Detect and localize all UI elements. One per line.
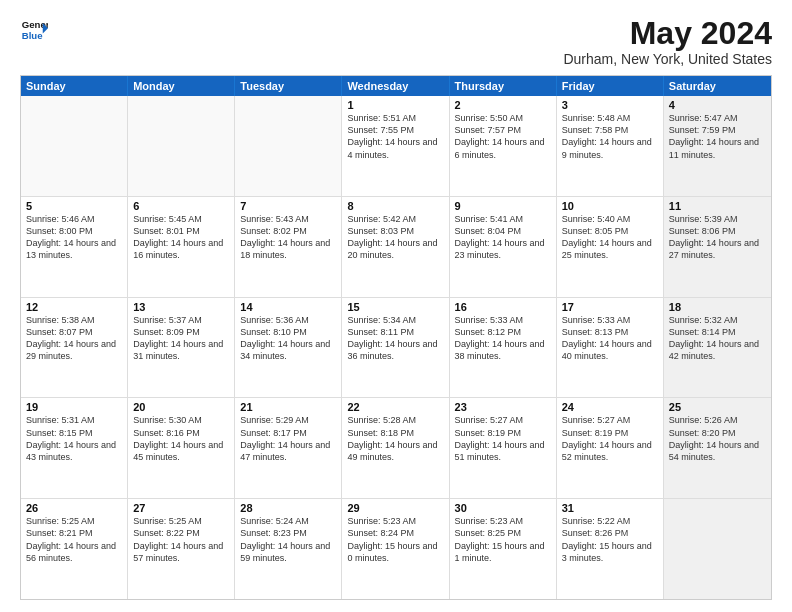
cell-info: Sunrise: 5:42 AM Sunset: 8:03 PM Dayligh… — [347, 213, 443, 262]
header-day-friday: Friday — [557, 76, 664, 96]
cell-info: Sunrise: 5:39 AM Sunset: 8:06 PM Dayligh… — [669, 213, 766, 262]
calendar-row-1: 5Sunrise: 5:46 AM Sunset: 8:00 PM Daylig… — [21, 197, 771, 298]
cell-info: Sunrise: 5:45 AM Sunset: 8:01 PM Dayligh… — [133, 213, 229, 262]
header-day-thursday: Thursday — [450, 76, 557, 96]
calendar-body: 1Sunrise: 5:51 AM Sunset: 7:55 PM Daylig… — [21, 96, 771, 599]
cal-cell-0-2 — [235, 96, 342, 196]
day-number: 19 — [26, 401, 122, 413]
cal-cell-2-1: 13Sunrise: 5:37 AM Sunset: 8:09 PM Dayli… — [128, 298, 235, 398]
cal-cell-2-2: 14Sunrise: 5:36 AM Sunset: 8:10 PM Dayli… — [235, 298, 342, 398]
day-number: 11 — [669, 200, 766, 212]
cell-info: Sunrise: 5:27 AM Sunset: 8:19 PM Dayligh… — [455, 414, 551, 463]
cal-cell-1-3: 8Sunrise: 5:42 AM Sunset: 8:03 PM Daylig… — [342, 197, 449, 297]
cell-info: Sunrise: 5:29 AM Sunset: 8:17 PM Dayligh… — [240, 414, 336, 463]
cal-cell-1-2: 7Sunrise: 5:43 AM Sunset: 8:02 PM Daylig… — [235, 197, 342, 297]
day-number: 8 — [347, 200, 443, 212]
cell-info: Sunrise: 5:46 AM Sunset: 8:00 PM Dayligh… — [26, 213, 122, 262]
cal-cell-1-6: 11Sunrise: 5:39 AM Sunset: 8:06 PM Dayli… — [664, 197, 771, 297]
page: General Blue May 2024 Durham, New York, … — [0, 0, 792, 612]
cell-info: Sunrise: 5:27 AM Sunset: 8:19 PM Dayligh… — [562, 414, 658, 463]
cell-info: Sunrise: 5:48 AM Sunset: 7:58 PM Dayligh… — [562, 112, 658, 161]
cal-cell-3-5: 24Sunrise: 5:27 AM Sunset: 8:19 PM Dayli… — [557, 398, 664, 498]
day-number: 25 — [669, 401, 766, 413]
cell-info: Sunrise: 5:22 AM Sunset: 8:26 PM Dayligh… — [562, 515, 658, 564]
cal-cell-3-1: 20Sunrise: 5:30 AM Sunset: 8:16 PM Dayli… — [128, 398, 235, 498]
cell-info: Sunrise: 5:41 AM Sunset: 8:04 PM Dayligh… — [455, 213, 551, 262]
day-number: 22 — [347, 401, 443, 413]
cal-cell-2-6: 18Sunrise: 5:32 AM Sunset: 8:14 PM Dayli… — [664, 298, 771, 398]
day-number: 24 — [562, 401, 658, 413]
day-number: 21 — [240, 401, 336, 413]
day-number: 30 — [455, 502, 551, 514]
day-number: 18 — [669, 301, 766, 313]
header-day-tuesday: Tuesday — [235, 76, 342, 96]
cell-info: Sunrise: 5:51 AM Sunset: 7:55 PM Dayligh… — [347, 112, 443, 161]
cal-cell-0-5: 3Sunrise: 5:48 AM Sunset: 7:58 PM Daylig… — [557, 96, 664, 196]
cell-info: Sunrise: 5:23 AM Sunset: 8:25 PM Dayligh… — [455, 515, 551, 564]
cell-info: Sunrise: 5:40 AM Sunset: 8:05 PM Dayligh… — [562, 213, 658, 262]
cell-info: Sunrise: 5:33 AM Sunset: 8:12 PM Dayligh… — [455, 314, 551, 363]
day-number: 20 — [133, 401, 229, 413]
cal-cell-4-6 — [664, 499, 771, 599]
subtitle: Durham, New York, United States — [563, 51, 772, 67]
day-number: 13 — [133, 301, 229, 313]
cell-info: Sunrise: 5:37 AM Sunset: 8:09 PM Dayligh… — [133, 314, 229, 363]
day-number: 14 — [240, 301, 336, 313]
day-number: 28 — [240, 502, 336, 514]
cell-info: Sunrise: 5:25 AM Sunset: 8:21 PM Dayligh… — [26, 515, 122, 564]
day-number: 6 — [133, 200, 229, 212]
cal-cell-3-3: 22Sunrise: 5:28 AM Sunset: 8:18 PM Dayli… — [342, 398, 449, 498]
header-day-sunday: Sunday — [21, 76, 128, 96]
cell-info: Sunrise: 5:47 AM Sunset: 7:59 PM Dayligh… — [669, 112, 766, 161]
cal-cell-1-4: 9Sunrise: 5:41 AM Sunset: 8:04 PM Daylig… — [450, 197, 557, 297]
cal-cell-1-1: 6Sunrise: 5:45 AM Sunset: 8:01 PM Daylig… — [128, 197, 235, 297]
header-day-monday: Monday — [128, 76, 235, 96]
cell-info: Sunrise: 5:36 AM Sunset: 8:10 PM Dayligh… — [240, 314, 336, 363]
cell-info: Sunrise: 5:25 AM Sunset: 8:22 PM Dayligh… — [133, 515, 229, 564]
cal-cell-4-4: 30Sunrise: 5:23 AM Sunset: 8:25 PM Dayli… — [450, 499, 557, 599]
day-number: 29 — [347, 502, 443, 514]
cal-cell-3-0: 19Sunrise: 5:31 AM Sunset: 8:15 PM Dayli… — [21, 398, 128, 498]
main-title: May 2024 — [563, 16, 772, 51]
cal-cell-4-2: 28Sunrise: 5:24 AM Sunset: 8:23 PM Dayli… — [235, 499, 342, 599]
cell-info: Sunrise: 5:28 AM Sunset: 8:18 PM Dayligh… — [347, 414, 443, 463]
calendar-row-0: 1Sunrise: 5:51 AM Sunset: 7:55 PM Daylig… — [21, 96, 771, 197]
cal-cell-0-1 — [128, 96, 235, 196]
cal-cell-4-0: 26Sunrise: 5:25 AM Sunset: 8:21 PM Dayli… — [21, 499, 128, 599]
cal-cell-0-3: 1Sunrise: 5:51 AM Sunset: 7:55 PM Daylig… — [342, 96, 449, 196]
day-number: 17 — [562, 301, 658, 313]
cell-info: Sunrise: 5:30 AM Sunset: 8:16 PM Dayligh… — [133, 414, 229, 463]
cal-cell-4-1: 27Sunrise: 5:25 AM Sunset: 8:22 PM Dayli… — [128, 499, 235, 599]
calendar-row-3: 19Sunrise: 5:31 AM Sunset: 8:15 PM Dayli… — [21, 398, 771, 499]
cell-info: Sunrise: 5:34 AM Sunset: 8:11 PM Dayligh… — [347, 314, 443, 363]
cell-info: Sunrise: 5:32 AM Sunset: 8:14 PM Dayligh… — [669, 314, 766, 363]
cal-cell-3-6: 25Sunrise: 5:26 AM Sunset: 8:20 PM Dayli… — [664, 398, 771, 498]
cell-info: Sunrise: 5:38 AM Sunset: 8:07 PM Dayligh… — [26, 314, 122, 363]
cal-cell-2-4: 16Sunrise: 5:33 AM Sunset: 8:12 PM Dayli… — [450, 298, 557, 398]
calendar: SundayMondayTuesdayWednesdayThursdayFrid… — [20, 75, 772, 600]
cal-cell-4-3: 29Sunrise: 5:23 AM Sunset: 8:24 PM Dayli… — [342, 499, 449, 599]
cell-info: Sunrise: 5:23 AM Sunset: 8:24 PM Dayligh… — [347, 515, 443, 564]
calendar-header: SundayMondayTuesdayWednesdayThursdayFrid… — [21, 76, 771, 96]
day-number: 10 — [562, 200, 658, 212]
cal-cell-0-4: 2Sunrise: 5:50 AM Sunset: 7:57 PM Daylig… — [450, 96, 557, 196]
logo-icon: General Blue — [20, 16, 48, 44]
cell-info: Sunrise: 5:31 AM Sunset: 8:15 PM Dayligh… — [26, 414, 122, 463]
day-number: 26 — [26, 502, 122, 514]
day-number: 12 — [26, 301, 122, 313]
day-number: 27 — [133, 502, 229, 514]
header-day-saturday: Saturday — [664, 76, 771, 96]
cal-cell-0-6: 4Sunrise: 5:47 AM Sunset: 7:59 PM Daylig… — [664, 96, 771, 196]
header-day-wednesday: Wednesday — [342, 76, 449, 96]
cell-info: Sunrise: 5:26 AM Sunset: 8:20 PM Dayligh… — [669, 414, 766, 463]
cal-cell-4-5: 31Sunrise: 5:22 AM Sunset: 8:26 PM Dayli… — [557, 499, 664, 599]
cal-cell-2-3: 15Sunrise: 5:34 AM Sunset: 8:11 PM Dayli… — [342, 298, 449, 398]
day-number: 5 — [26, 200, 122, 212]
day-number: 23 — [455, 401, 551, 413]
day-number: 9 — [455, 200, 551, 212]
day-number: 2 — [455, 99, 551, 111]
calendar-row-2: 12Sunrise: 5:38 AM Sunset: 8:07 PM Dayli… — [21, 298, 771, 399]
cal-cell-2-0: 12Sunrise: 5:38 AM Sunset: 8:07 PM Dayli… — [21, 298, 128, 398]
header: General Blue May 2024 Durham, New York, … — [20, 16, 772, 67]
cell-info: Sunrise: 5:50 AM Sunset: 7:57 PM Dayligh… — [455, 112, 551, 161]
